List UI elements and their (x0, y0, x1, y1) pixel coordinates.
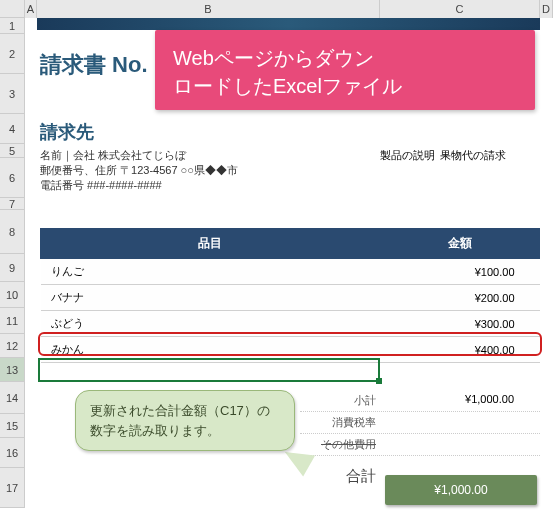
product-desc-label: 製品の説明 (380, 148, 435, 163)
column-headers: A B C D (25, 0, 553, 18)
subtotal-label: 小計 (306, 393, 376, 408)
other-value[interactable] (394, 437, 534, 452)
row-header-12[interactable]: 12 (0, 334, 25, 358)
subtotal-value[interactable]: ¥1,000.00 (394, 393, 534, 408)
row-header-4[interactable]: 4 (0, 114, 25, 144)
callout-bubble: 更新された合計金額（C17）の数字を読み取ります。 (75, 390, 295, 451)
row-header-3[interactable]: 3 (0, 74, 25, 114)
row-header-13[interactable]: 13 (0, 358, 25, 382)
spreadsheet: A B C D 1234567891011121314151617 請求書 No… (0, 0, 553, 526)
row-header-11[interactable]: 11 (0, 308, 25, 334)
grand-total-label: 合計 (306, 459, 376, 486)
active-cell-b13[interactable] (38, 358, 380, 382)
row-header-8[interactable]: 8 (0, 210, 25, 254)
bill-to-heading: 請求先 (40, 120, 94, 144)
table-row[interactable]: ぶどう¥300.00 (41, 311, 540, 337)
fill-handle[interactable] (376, 378, 382, 384)
col-item-header[interactable]: 品目 (41, 229, 380, 259)
item-cell[interactable]: ぶどう (41, 311, 380, 337)
items-table: 品目 金額 りんご¥100.00バナナ¥200.00ぶどう¥300.00みかん¥… (40, 228, 540, 363)
amount-cell[interactable]: ¥100.00 (380, 259, 540, 285)
tax-label: 消費税率 (306, 415, 376, 430)
col-header-a[interactable]: A (25, 0, 37, 18)
item-cell[interactable]: りんご (41, 259, 380, 285)
col-amount-header[interactable]: 金額 (380, 229, 540, 259)
annotation-text: WebページからダウンロードしたExcelファイル (173, 47, 402, 97)
customer-address-line: 郵便番号、住所 〒123-4567 ○○県◆◆市 (40, 163, 238, 178)
annotation-overlay: WebページからダウンロードしたExcelファイル (155, 30, 535, 110)
row-header-9[interactable]: 9 (0, 254, 25, 282)
customer-name-line: 名前｜会社 株式会社てじらぼ (40, 148, 186, 163)
col-header-b[interactable]: B (37, 0, 380, 18)
row-header-6[interactable]: 6 (0, 158, 25, 198)
row-header-14[interactable]: 14 (0, 382, 25, 414)
customer-phone-line: 電話番号 ###-####-#### (40, 178, 162, 193)
tax-value[interactable] (394, 415, 534, 430)
row-header-10[interactable]: 10 (0, 282, 25, 308)
item-cell[interactable]: バナナ (41, 285, 380, 311)
col-header-d[interactable]: D (540, 0, 553, 18)
row-header-1[interactable]: 1 (0, 18, 25, 34)
row-header-7[interactable]: 7 (0, 198, 25, 210)
row-header-17[interactable]: 17 (0, 468, 25, 508)
table-row[interactable]: バナナ¥200.00 (41, 285, 540, 311)
row-header-15[interactable]: 15 (0, 414, 25, 438)
invoice-title: 請求書 No. 1 (40, 50, 166, 80)
col-header-c[interactable]: C (380, 0, 540, 18)
amount-cell[interactable]: ¥400.00 (380, 337, 540, 363)
table-row[interactable]: りんご¥100.00 (41, 259, 540, 285)
row-header-16[interactable]: 16 (0, 438, 25, 468)
select-all-corner[interactable] (0, 0, 25, 18)
grand-total-box[interactable]: ¥1,000.00 (385, 475, 537, 505)
product-desc-value: 果物代の請求 (440, 148, 506, 163)
other-label: その他費用 (306, 437, 376, 452)
callout-text: 更新された合計金額（C17）の数字を読み取ります。 (90, 403, 270, 438)
row-header-5[interactable]: 5 (0, 144, 25, 158)
amount-cell[interactable]: ¥300.00 (380, 311, 540, 337)
row-header-2[interactable]: 2 (0, 34, 25, 74)
header-banner (37, 18, 540, 30)
amount-cell[interactable]: ¥200.00 (380, 285, 540, 311)
